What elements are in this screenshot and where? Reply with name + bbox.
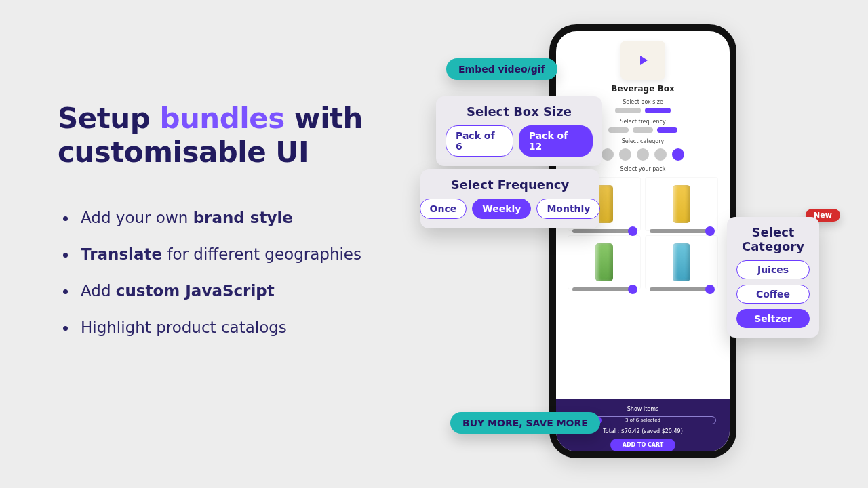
bullet-item: Translate for different geographies [58, 245, 424, 265]
product-card[interactable] [646, 178, 717, 230]
badge-buy-more: BUY MORE, SAVE MORE [450, 412, 600, 434]
qty-slider[interactable] [572, 287, 636, 291]
option-once[interactable]: Once [420, 199, 467, 219]
show-items[interactable]: Show Items [566, 406, 720, 412]
card-title: Select Frequency [430, 178, 590, 192]
product-card[interactable] [568, 236, 640, 289]
card-title: Select Box Size [446, 104, 593, 119]
option-monthly[interactable]: Monthly [536, 199, 600, 219]
option-seltzer[interactable]: Seltzer [736, 309, 810, 328]
bullet-item: Highlight product catalogs [58, 318, 424, 338]
bullet-item: Add your own brand style [58, 208, 424, 228]
card-title: Select Category [736, 225, 810, 253]
qty-slider[interactable] [650, 229, 713, 233]
product-card[interactable] [646, 236, 717, 289]
feature-bullets: Add your own brand style Translate for d… [58, 208, 424, 338]
add-to-cart-button[interactable]: ADD TO CART [610, 439, 676, 451]
option-pack-12[interactable]: Pack of 12 [519, 125, 593, 157]
bullet-item: Add custom JavaScript [58, 281, 424, 302]
card-select-frequency: Select Frequency Once Weekly Monthly [420, 169, 599, 228]
option-coffee[interactable]: Coffee [736, 285, 810, 304]
badge-embed-video: Embed video/gif [446, 58, 557, 80]
option-weekly[interactable]: Weekly [472, 199, 531, 219]
card-select-category: Select Category Juices Coffee Seltzer [727, 217, 819, 338]
video-thumb[interactable] [620, 41, 665, 80]
option-juices[interactable]: Juices [736, 260, 810, 279]
headline: Setup bundles with customisable UI [58, 102, 424, 169]
option-pack-6[interactable]: Pack of 6 [446, 125, 513, 157]
card-select-box-size: Select Box Size Pack of 6 Pack of 12 [436, 96, 602, 166]
qty-slider[interactable] [572, 229, 636, 233]
play-icon [635, 52, 651, 68]
phone-mockup: Beverage Box Select box size Select freq… [549, 24, 736, 458]
product-title: Beverage Box [556, 84, 730, 94]
qty-slider[interactable] [650, 287, 713, 291]
